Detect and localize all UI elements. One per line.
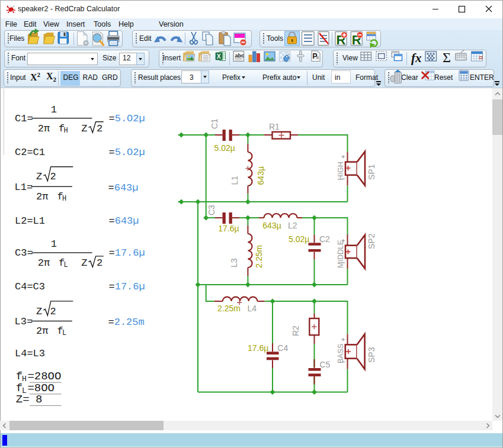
svg-text:2.25m: 2.25m [217,304,241,313]
svg-text:C2=C1: C2=C1 [15,147,45,158]
svg-text:2.25m: 2.25m [114,317,145,328]
svg-text:643µ: 643µ [114,182,139,194]
svg-text:BASS: BASS [337,344,345,363]
svg-text:=: = [109,113,115,124]
svg-text:2π: 2π [36,191,48,202]
svg-text:MIDDLE: MIDDLE [337,240,345,268]
svg-text:L2=L1: L2=L1 [15,215,45,227]
svg-text:17.6µ: 17.6µ [248,343,268,353]
svg-text:643µ: 643µ [262,221,281,230]
svg-text:5.02µ: 5.02µ [289,234,309,244]
svg-text:2: 2 [50,171,56,182]
svg-text:2π: 2π [38,257,50,269]
svg-text:17.6µ: 17.6µ [115,281,145,292]
svg-text:2: 2 [50,306,56,317]
svg-text:C3: C3 [207,205,216,215]
svg-text:643µ: 643µ [115,215,139,227]
svg-text:C5: C5 [320,360,331,369]
svg-text:=: = [108,317,114,328]
svg-text:C1=: C1= [15,113,33,124]
svg-text:L1=: L1= [15,182,33,193]
svg-text:Z: Z [36,171,42,182]
svg-text:SP1: SP1 [367,164,376,180]
svg-text:=: = [108,182,114,194]
svg-text:Z: Z [36,306,42,317]
svg-text:L4=L3: L4=L3 [15,348,45,359]
svg-text:17.6µ: 17.6µ [115,247,145,259]
svg-text:SP2: SP2 [367,233,376,249]
svg-text:5.O2µ: 5.O2µ [115,113,145,124]
svg-text:H: H [64,127,68,135]
svg-text:Z: Z [81,123,87,134]
svg-text:L3=: L3= [15,316,33,327]
svg-text:C2: C2 [319,234,330,244]
svg-text:643µ: 643µ [256,166,265,185]
svg-text:8: 8 [36,393,42,406]
svg-text:17.6µ: 17.6µ [218,224,239,233]
svg-text:C4: C4 [277,343,288,353]
svg-text:=: = [109,247,115,259]
svg-text:L3: L3 [229,258,239,267]
svg-text:C1: C1 [210,118,219,129]
svg-text:2: 2 [97,257,102,269]
svg-text:Z: Z [81,257,87,269]
svg-text:H: H [62,195,66,203]
svg-text:HIGH: HIGH [337,162,345,180]
svg-text:1: 1 [51,238,57,250]
svg-text:=: = [109,147,115,158]
svg-text:SP3: SP3 [367,347,376,363]
svg-text:Z=: Z= [16,393,30,406]
svg-text:2.25m: 2.25m [254,245,264,268]
svg-text:R1: R1 [269,122,280,131]
svg-text:L4: L4 [248,304,257,313]
svg-text:5.02µ: 5.02µ [214,143,235,153]
svg-text:2π: 2π [38,123,50,134]
svg-text:L: L [62,329,66,337]
svg-text:1: 1 [51,104,57,115]
svg-text:5.O2µ: 5.O2µ [115,147,145,158]
svg-text:L1: L1 [230,176,239,185]
svg-text:C3=: C3= [15,247,33,259]
svg-text:R2: R2 [291,325,300,336]
svg-text:L2: L2 [288,221,297,230]
svg-text:C4=C3: C4=C3 [15,281,45,292]
svg-text:2: 2 [97,123,102,134]
svg-text:L: L [64,261,68,269]
svg-text:=: = [109,281,115,292]
svg-text:2π: 2π [36,325,48,337]
svg-text:=: = [109,215,115,227]
